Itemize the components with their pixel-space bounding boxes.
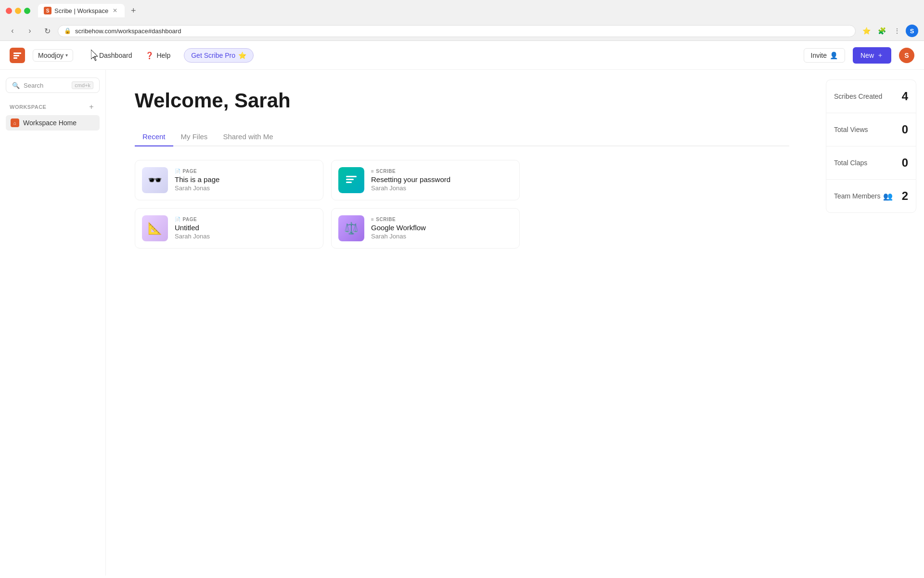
files-grid: 🕶️ 📄 PAGE This is a page Sarah Jonas xyxy=(135,160,520,249)
invite-label: Invite xyxy=(811,52,827,59)
logo-area xyxy=(10,48,25,63)
file-type-badge: ≡ SCRIBE xyxy=(371,217,513,222)
address-text: scribehow.com/workspace#dashboard xyxy=(75,27,849,35)
scribes-created-label: Scribes Created xyxy=(834,92,882,100)
svg-rect-4 xyxy=(346,179,354,180)
refresh-button[interactable]: ↻ xyxy=(40,24,54,38)
file-info: ≡ SCRIBE Resetting your password Sarah J… xyxy=(371,169,513,192)
file-card-google-workflow[interactable]: ⚖️ ≡ SCRIBE Google Workflow Sarah Jonas xyxy=(331,208,520,249)
add-workspace-item-button[interactable]: + xyxy=(87,103,96,111)
page-type-icon: 📄 xyxy=(175,217,181,222)
total-views-value: 0 xyxy=(902,123,908,136)
tab-favicon: S xyxy=(44,7,51,14)
welcome-title: Welcome, Sarah xyxy=(135,89,789,112)
person-add-icon: 👤 xyxy=(830,52,838,59)
extension-puzzle-button[interactable]: 🧩 xyxy=(875,24,888,38)
file-thumbnail-page-arrow: 📐 xyxy=(142,215,168,241)
main-layout: 🔍 Search cmd+k WORKSPACE + ⌂ Workspace H… xyxy=(0,70,924,576)
page-type-icon: 📄 xyxy=(175,169,181,174)
chevron-down-icon: ▾ xyxy=(65,53,68,58)
file-info: 📄 PAGE Untitled Sarah Jonas xyxy=(175,217,316,240)
security-lock-icon: 🔒 xyxy=(64,27,71,34)
dashboard-nav-item[interactable]: ⊞ Dashboard xyxy=(85,49,138,62)
search-icon: 🔍 xyxy=(12,82,20,89)
app-user-avatar[interactable]: S xyxy=(899,48,914,63)
search-shortcut: cmd+k xyxy=(72,81,93,89)
file-name: Resetting your password xyxy=(371,175,513,184)
file-card-this-is-a-page[interactable]: 🕶️ 📄 PAGE This is a page Sarah Jonas xyxy=(135,160,323,200)
content-tabs: Recent My Files Shared with Me xyxy=(135,128,789,146)
team-members-value: 2 xyxy=(902,189,908,203)
header-nav: ⊞ Dashboard ❓ Help xyxy=(85,49,176,62)
browser-toolbar: ‹ › ↻ 🔒 scribehow.com/workspace#dashboar… xyxy=(0,21,924,40)
team-members-label-row: Team Members 👥 xyxy=(834,192,893,201)
stat-card-total-claps: Total Claps 0 xyxy=(826,146,916,179)
sidebar: 🔍 Search cmd+k WORKSPACE + ⌂ Workspace H… xyxy=(0,70,106,576)
sidebar-section-header: WORKSPACE + xyxy=(6,101,100,113)
total-claps-label: Total Claps xyxy=(834,159,867,167)
bookmark-button[interactable]: ⭐ xyxy=(860,24,873,38)
close-window-button[interactable] xyxy=(6,8,12,14)
file-author: Sarah Jonas xyxy=(175,184,316,192)
maximize-window-button[interactable] xyxy=(24,8,30,14)
invite-button[interactable]: Invite 👤 xyxy=(804,48,845,63)
content-area: Welcome, Sarah Recent My Files Shared wi… xyxy=(106,70,818,576)
tab-shared-with-me[interactable]: Shared with Me xyxy=(215,128,281,146)
dashboard-grid-icon: ⊞ xyxy=(90,52,96,59)
more-tools-button[interactable]: ⋮ xyxy=(890,24,904,38)
file-thumbnail-scribe-teal xyxy=(338,167,364,193)
team-members-label: Team Members xyxy=(834,192,880,200)
sidebar-workspace-section: WORKSPACE + ⌂ Workspace Home xyxy=(6,101,100,131)
scribe-type-icon: ≡ xyxy=(371,169,374,174)
svg-rect-5 xyxy=(346,182,352,183)
svg-rect-2 xyxy=(13,57,17,59)
search-bar[interactable]: 🔍 Search cmd+k xyxy=(6,78,100,93)
scribes-created-value: 4 xyxy=(902,90,908,103)
new-label: New xyxy=(860,52,874,59)
tab-recent[interactable]: Recent xyxy=(135,128,173,146)
svg-rect-3 xyxy=(346,176,357,177)
help-nav-item[interactable]: ❓ Help xyxy=(140,49,176,62)
get-scribe-pro-button[interactable]: Get Scribe Pro ⭐ xyxy=(184,48,254,63)
person-add-icon: 👥 xyxy=(883,192,893,201)
file-type-badge: 📄 PAGE xyxy=(175,217,316,222)
stats-panel: Scribes Created 4 Total Views 0 Total Cl… xyxy=(818,70,924,576)
file-card-resetting-password[interactable]: ≡ SCRIBE Resetting your password Sarah J… xyxy=(331,160,520,200)
active-tab[interactable]: S Scribe | Workspace ✕ xyxy=(38,4,125,17)
file-type-badge: ≡ SCRIBE xyxy=(371,169,513,174)
file-author: Sarah Jonas xyxy=(371,184,513,192)
scribe-logo-icon[interactable] xyxy=(10,48,25,63)
forward-button[interactable]: › xyxy=(23,24,37,38)
window-controls xyxy=(6,8,30,14)
address-bar[interactable]: 🔒 scribehow.com/workspace#dashboard xyxy=(58,25,856,37)
plus-icon: ＋ xyxy=(877,51,884,60)
tab-my-files[interactable]: My Files xyxy=(173,128,216,146)
file-thumbnail-scribe-purple: ⚖️ xyxy=(338,215,364,241)
file-thumbnail-page-glasses: 🕶️ xyxy=(142,167,168,193)
help-circle-icon: ❓ xyxy=(145,52,154,59)
file-name: This is a page xyxy=(175,175,316,184)
chrome-profile-avatar[interactable]: S xyxy=(906,25,918,37)
new-tab-button[interactable]: + xyxy=(127,4,140,17)
file-card-untitled[interactable]: 📐 📄 PAGE Untitled Sarah Jonas xyxy=(135,208,323,249)
browser-chrome: S Scribe | Workspace ✕ + ‹ › ↻ 🔒 scribeh… xyxy=(0,0,924,41)
dashboard-nav-label: Dashboard xyxy=(99,52,132,59)
pro-label: Get Scribe Pro xyxy=(191,52,235,59)
back-button[interactable]: ‹ xyxy=(6,24,19,38)
total-views-label: Total Views xyxy=(834,126,868,133)
workspace-selector[interactable]: Moodjoy ▾ xyxy=(33,49,73,62)
file-name: Google Workflow xyxy=(371,223,513,232)
file-info: ≡ SCRIBE Google Workflow Sarah Jonas xyxy=(371,217,513,240)
minimize-window-button[interactable] xyxy=(15,8,21,14)
svg-rect-1 xyxy=(13,55,19,56)
toolbar-actions: ⭐ 🧩 ⋮ S xyxy=(860,24,918,38)
app-wrapper: Moodjoy ▾ ⊞ Dashboard ❓ Help Get Scribe … xyxy=(0,41,924,576)
new-button[interactable]: New ＋ xyxy=(853,47,891,64)
stat-card-total-views: Total Views 0 xyxy=(826,113,916,146)
tab-close-button[interactable]: ✕ xyxy=(111,7,119,14)
sidebar-item-workspace-home[interactable]: ⌂ Workspace Home xyxy=(6,115,100,131)
home-icon: ⌂ xyxy=(11,118,19,127)
file-type-badge: 📄 PAGE xyxy=(175,169,316,174)
stat-card-team-members: Team Members 👥 2 xyxy=(826,179,916,213)
file-author: Sarah Jonas xyxy=(371,233,513,240)
